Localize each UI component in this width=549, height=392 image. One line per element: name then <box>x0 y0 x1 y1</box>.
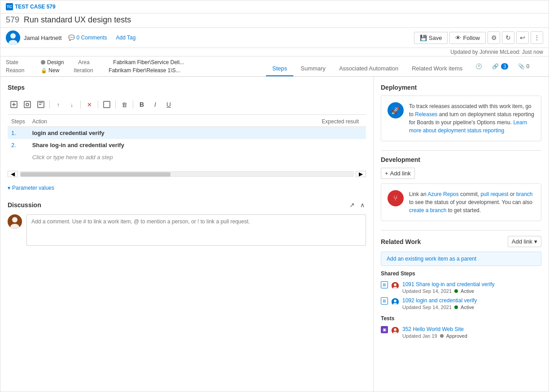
comment-avatar <box>8 214 22 229</box>
create-shared-steps-button[interactable] <box>35 98 47 111</box>
tests-subtitle: Tests <box>381 315 541 322</box>
create-branch-link[interactable]: create a branch <box>409 207 446 213</box>
comment-icon: 💬 <box>68 35 75 41</box>
history-icon-button[interactable]: 🕐 <box>471 61 486 72</box>
tab-related-work-items[interactable]: Related Work items <box>405 61 469 76</box>
toolbar-actions: 💾 Save 👁 Follow ⚙ ↻ ↩ ⋮ <box>414 31 543 44</box>
shared-steps-subtitle: Shared Steps <box>381 270 541 277</box>
save-button[interactable]: 💾 Save <box>414 32 448 44</box>
follow-button[interactable]: 👁 Follow <box>449 32 486 44</box>
delete-button[interactable]: 🗑 <box>118 98 131 111</box>
svg-point-1 <box>10 33 16 39</box>
add-parent-row[interactable]: Add an existing work item as a parent <box>381 252 541 266</box>
save-icon: 💾 <box>420 35 427 41</box>
add-attachment-button[interactable] <box>100 98 113 111</box>
scroll-right-button[interactable]: ▶ <box>356 171 366 177</box>
item2-updated: Updated Sep 14, 2021 <box>402 305 452 310</box>
item3-status-dot <box>440 334 444 338</box>
add-link-row: + Add link <box>381 168 541 179</box>
list-item: ⊞ 1092 login and credential verify Updat… <box>381 296 541 312</box>
step2-action[interactable]: Share log-in and credential verify <box>29 139 256 151</box>
comments-button[interactable]: 💬 0 Comments <box>65 34 110 42</box>
tab-steps[interactable]: Steps <box>266 61 293 76</box>
step1-action[interactable]: login and credential verify <box>29 127 256 139</box>
iteration-label: Iteration <box>74 67 105 74</box>
step1-number: 1. <box>8 127 29 139</box>
item1-status: Active <box>461 288 474 294</box>
comment-box <box>8 214 366 246</box>
fields-section: State Design Area Fabrikam Fiber\Service… <box>0 57 261 76</box>
table-row[interactable]: 1. login and credential verify <box>8 127 366 139</box>
steps-table: Steps Action Expected result 1. login an… <box>8 117 366 163</box>
refresh-button[interactable]: ↻ <box>502 31 514 44</box>
deployment-card: 🚀 To track releases associated with this… <box>381 96 541 141</box>
toolbar-separator-4 <box>115 100 116 109</box>
add-parent-label: Add an existing work item as a parent <box>387 256 476 262</box>
underline-button[interactable]: U <box>162 98 175 111</box>
move-down-button[interactable]: ↓ <box>65 98 78 111</box>
deployment-text: To track releases associated with this w… <box>409 102 535 135</box>
left-panel: Steps ↑ ↓ ✕ <box>0 77 374 392</box>
table-row[interactable]: 2. Share log-in and credential verify <box>8 139 366 151</box>
badge-text: TEST CASE 579 <box>15 4 56 10</box>
insert-shared-steps-button[interactable] <box>21 98 34 111</box>
parameter-values-toggle[interactable]: ▾ Parameter values <box>8 183 366 193</box>
related-work-header: Related Work Add link ▾ <box>381 236 541 247</box>
state-value[interactable]: Design <box>41 59 64 65</box>
development-card: ⑂ Link an Azure Repos commit, pull reque… <box>381 183 541 221</box>
releases-link[interactable]: Releases <box>415 111 437 118</box>
iteration-value[interactable]: Fabrikam Fiber\Release 1\S... <box>109 67 180 74</box>
state-label: State <box>6 59 37 65</box>
settings-button[interactable]: ⚙ <box>488 31 500 44</box>
steps-scrollbar-thumb <box>21 172 170 177</box>
delete-step-button[interactable]: ✕ <box>83 98 96 111</box>
item3-status: Approved <box>446 333 467 339</box>
title-bar: TC TEST CASE 579 <box>0 0 549 13</box>
area-value[interactable]: Fabrikam Fiber\Service Deli... <box>113 59 184 65</box>
scroll-left-button[interactable]: ◀ <box>8 171 18 177</box>
bold-button[interactable]: B <box>135 98 148 111</box>
add-link-button[interactable]: + Add link <box>381 168 415 179</box>
insert-step-button[interactable] <box>8 98 20 111</box>
test-icon-3: ▣ <box>381 326 388 333</box>
move-up-button[interactable]: ↑ <box>52 98 65 111</box>
pull-request-link[interactable]: pull request <box>480 191 508 197</box>
branch-link[interactable]: branch <box>516 191 533 197</box>
item2-link[interactable]: 1092 login and credential verify <box>402 297 541 304</box>
comment-input[interactable] <box>26 214 366 246</box>
undo-button[interactable]: ↩ <box>516 31 529 44</box>
collapse-discussion-button[interactable]: ∧ <box>359 200 366 210</box>
discussion-title: Discussion <box>8 201 41 209</box>
item2-avatar <box>392 298 399 305</box>
state-field-row: State Design Area Fabrikam Fiber\Service… <box>6 59 255 65</box>
author-avatar <box>6 30 20 45</box>
attachments-icon-button[interactable]: 📎 0 <box>514 61 533 72</box>
toolbar-separator-2 <box>80 100 81 109</box>
item1-status-dot <box>454 289 458 293</box>
col-action-header: Action <box>29 117 256 127</box>
steps-scrollbar[interactable] <box>20 171 354 177</box>
item3-updated: Updated Jan 19 <box>402 333 437 339</box>
col-expected-header: Expected result <box>256 117 366 127</box>
updated-row: Updated by Johnnie McLeod: Just now <box>0 48 549 57</box>
reason-value[interactable]: 🔒 New <box>41 67 59 74</box>
more-options-button[interactable]: ⋮ <box>531 31 543 44</box>
svg-rect-9 <box>104 101 110 108</box>
svg-rect-6 <box>24 101 30 108</box>
item3-link[interactable]: 352 Hello World Web Site <box>402 326 541 332</box>
item2-meta: Updated Sep 14, 2021 Active <box>402 305 541 310</box>
discussion-header: Discussion ↗ ∧ <box>8 200 366 210</box>
add-step-placeholder[interactable]: Click or type here to add a step <box>29 151 256 163</box>
expand-discussion-button[interactable]: ↗ <box>348 200 356 210</box>
tab-associated-automation[interactable]: Associated Automation <box>333 61 405 76</box>
azure-repos-link[interactable]: Azure Repos <box>427 191 458 197</box>
related-add-link-button[interactable]: Add link ▾ <box>508 236 541 247</box>
tab-summary[interactable]: Summary <box>294 61 332 76</box>
italic-button[interactable]: I <box>149 98 161 111</box>
links-icon-button[interactable]: 🔗 3 <box>488 61 512 72</box>
work-item-title[interactable]: Run standard UX design tests <box>24 15 131 25</box>
comments-count: 0 Comments <box>77 35 107 41</box>
item1-link[interactable]: 1091 Share log-in and credential verify <box>402 281 541 287</box>
add-tag-button[interactable]: Add Tag <box>113 34 139 42</box>
item3-avatar <box>392 327 399 334</box>
